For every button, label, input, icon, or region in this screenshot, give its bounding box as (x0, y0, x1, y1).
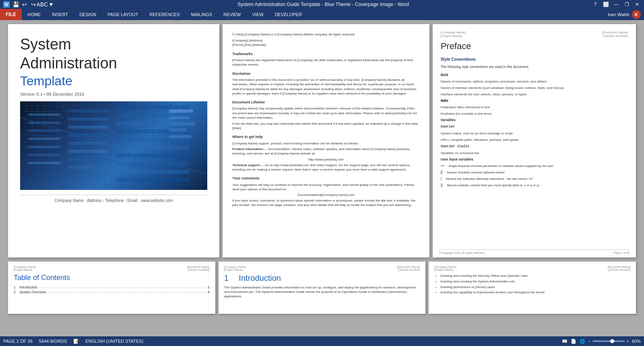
cover-svg (20, 101, 207, 190)
document-area: System Administration Template Version X… (0, 20, 644, 336)
spelling-icon: 📝 (73, 339, 79, 344)
svg-rect-11 (68, 117, 109, 121)
user-area: Ivan Walsh K (608, 10, 644, 19)
title-bar-left: W 💾 ↩ ↪ ABC ▼ (3, 1, 55, 8)
help-button[interactable]: ? (592, 1, 599, 8)
cover-version: Version X.x • 08 December 2016 (20, 92, 207, 97)
view-read-icon[interactable]: 📖 (562, 339, 568, 344)
ribbon: FILE HOME INSERT DESIGN PAGE LAYOUT REFE… (0, 9, 644, 20)
where-to-help-section: Where to get help [Company Name] support… (232, 134, 419, 172)
style-desc-pub-titles: Publication titles referenced in text (441, 105, 628, 109)
tab-home[interactable]: HOME (22, 9, 46, 20)
document-name-header: [Document Name] (602, 31, 628, 34)
intro-header: [Company Name] [Project Name] [Document … (224, 266, 420, 271)
bold-label: Bold (441, 73, 448, 77)
word-count: 5644 WORDS (39, 339, 67, 344)
status-bar: PAGE 2 OF 39 5644 WORDS 📝 ENGLISH (UNITE… (0, 336, 644, 346)
preface-footer-right: Page 3 of 39 (613, 251, 630, 254)
bullet-2: Granting and revoking the System Adminis… (440, 279, 630, 284)
redo-button[interactable]: ↪ (30, 1, 37, 8)
intro-title-text: Introduction (239, 274, 281, 282)
spellcheck-button[interactable]: ABC (39, 1, 46, 8)
view-web-icon[interactable]: 🌐 (580, 339, 585, 344)
customize-button[interactable]: ▼ (47, 1, 55, 8)
zoom-track[interactable] (592, 340, 625, 342)
save-button[interactable]: 💾 (12, 1, 19, 8)
svg-rect-21 (117, 130, 189, 134)
status-right: 📖 📄 🌐 − + 60% (562, 339, 641, 344)
preface-intro: The following style conventions are used… (441, 65, 628, 69)
preface-header: [Company Name] [Project Name] [Document … (441, 31, 628, 38)
cover-image (20, 101, 207, 190)
zoom-in-button[interactable]: + (626, 339, 629, 344)
project-name-header: [Project Name] (441, 34, 466, 38)
copyright-text: © [Year] [Company Name] or a [Company Na… (232, 32, 419, 37)
style-desc-interface: Names of interface elements (such window… (441, 86, 628, 90)
svg-rect-12 (68, 126, 109, 129)
bullet-3: Granting permissions to [Server] users (440, 285, 630, 290)
svg-line-2 (60, 101, 101, 190)
tab-developer[interactable]: DEVELOPER (269, 9, 308, 20)
user-name: Ivan Walsh (608, 12, 630, 17)
toc-title: Table of Contents (14, 274, 210, 282)
style-angle-brackets: <> Angle brackets enclose parameter or v… (441, 164, 628, 168)
zoom-out-button[interactable]: − (588, 339, 591, 344)
intro-chapter-title: 1 Introduction (224, 274, 420, 283)
word-app-icon: W (3, 1, 10, 8)
svg-rect-8 (28, 154, 60, 156)
bullet-list: Granting and revoking the Security Offic… (434, 274, 630, 295)
website-url: http://www.[website].com (232, 157, 419, 162)
svg-rect-24 (117, 154, 189, 158)
view-print-icon[interactable]: 📄 (571, 339, 576, 344)
style-vertical-bar: | Vertical bar indicates alternate selec… (441, 177, 628, 181)
style-desc-user-select: Interface elements the user selects, cli… (441, 92, 628, 96)
intro-project: [Project Name] (224, 268, 246, 271)
tab-design[interactable]: DESIGN (74, 9, 102, 20)
intro-body-text: The System Administrator Guide provides … (224, 285, 420, 299)
style-braces: {} Braces indicate content that you must… (441, 183, 628, 187)
style-conventions-title: Style Conventions (441, 57, 628, 62)
trademarks-title: Trademarks (232, 51, 419, 57)
bullets-docname: [Document Name] (608, 266, 630, 268)
svg-rect-22 (117, 138, 189, 142)
comments-text: Your suggestions will help us continue t… (232, 183, 419, 192)
style-square-brackets: [] Square brackets enclose optional valu… (441, 170, 628, 174)
style-desc-vars-cmdline: Variables on command line (441, 151, 628, 155)
tab-insert[interactable]: INSERT (46, 9, 74, 20)
window-controls: ? ⬜ — ❐ ✕ (592, 1, 641, 8)
documentation-email: Documentation@[Company Name].com (232, 193, 419, 197)
tab-page-layout[interactable]: PAGE LAYOUT (102, 9, 144, 20)
cover-page: System Administration Template Version X… (8, 24, 219, 257)
preface-header-left: [Company Name] [Project Name] (441, 31, 466, 38)
restore-button[interactable]: ❐ (623, 1, 630, 8)
intro-company: [Company Name] (224, 266, 246, 268)
bottom-pages-row: [Company Name] [Project Name] [Document … (8, 262, 636, 314)
ribbon-display-button[interactable]: ⬜ (602, 1, 609, 8)
zoom-thumb[interactable] (610, 339, 614, 343)
svg-rect-4 (28, 122, 60, 124)
svg-rect-9 (28, 162, 60, 164)
disclaimer-title: Disclaimer (232, 71, 419, 76)
preface-header-right: [Document Name] [Version Number] (602, 31, 628, 38)
where-help-text: [Company Name] support, product, and lic… (232, 141, 419, 146)
zoom-control[interactable]: − + (588, 339, 629, 344)
toc-header: [Company Name] [Project Name] [Document … (14, 266, 210, 271)
company-name-header: [Company Name] (441, 31, 466, 34)
tab-review[interactable]: REVIEW (218, 9, 246, 20)
style-courier-italic: Courier italic (441, 144, 628, 148)
tab-mailings[interactable]: MAILINGS (186, 9, 218, 20)
file-tab[interactable]: FILE (0, 9, 22, 20)
close-button[interactable]: ✕ (634, 1, 641, 8)
svg-rect-19 (117, 113, 189, 117)
minimize-button[interactable]: — (613, 1, 620, 8)
doc-lifetime-text: [Company Name] may occasionally update o… (232, 106, 419, 120)
svg-rect-6 (28, 138, 60, 140)
svg-rect-25 (117, 162, 189, 166)
tab-references[interactable]: REFERENCES (144, 9, 185, 20)
svg-rect-13 (68, 134, 109, 137)
toc-entry-2: 2 System Overview 8 (14, 290, 210, 294)
style-user-input: User input variables (441, 157, 628, 161)
bullet-1: Granting and revoking the Security Offic… (440, 274, 630, 279)
undo-button[interactable]: ↩ (21, 1, 28, 8)
tab-view[interactable]: VIEW (247, 9, 269, 20)
